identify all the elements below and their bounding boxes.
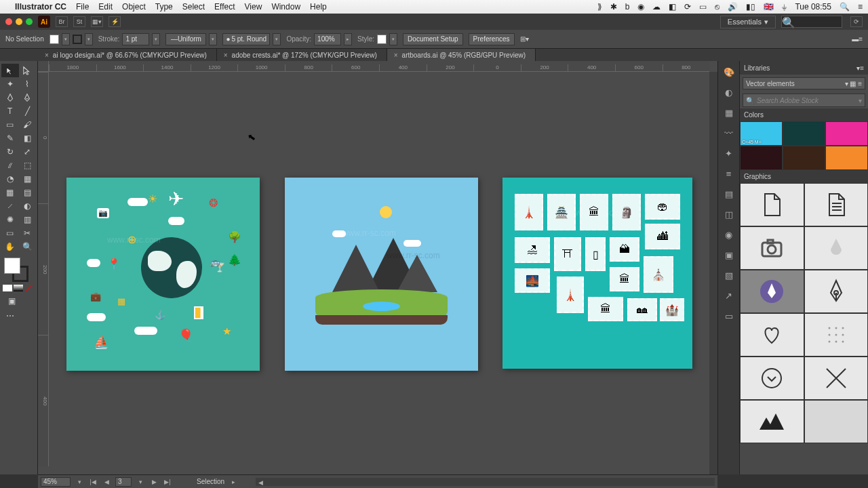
screen-mode-button[interactable]: ▣ <box>3 294 20 308</box>
menu-select[interactable]: Select <box>182 2 205 12</box>
ruler-horizontal[interactable]: 1800160014001200100080060040020002004006… <box>49 61 709 72</box>
menu-window[interactable]: Window <box>271 2 300 12</box>
color-guide-panel-icon[interactable]: ◐ <box>722 85 736 99</box>
window-zoom-button[interactable] <box>26 18 33 25</box>
gradient-tool[interactable]: ▤ <box>19 186 37 199</box>
search-help-input[interactable]: 🔍 <box>781 16 842 28</box>
library-graphic-droplet[interactable] <box>804 226 869 270</box>
canvas-area[interactable]: 1800160014001200100080060040020002004006… <box>38 61 717 474</box>
behance-icon[interactable]: b <box>625 2 630 12</box>
volume-icon[interactable]: 🔊 <box>728 2 738 12</box>
library-color-swatch[interactable] <box>825 146 868 170</box>
library-graphic-blank[interactable] <box>804 400 869 443</box>
appearance-panel-icon[interactable]: ◉ <box>722 228 736 241</box>
artboard-tool[interactable]: ▭ <box>1 226 19 240</box>
line-tool[interactable]: ╱ <box>19 104 37 118</box>
battery-icon[interactable]: ▮▯ <box>746 2 755 12</box>
workspace-switcher[interactable]: Essentials▾ <box>720 16 776 28</box>
library-color-swatch[interactable] <box>740 146 783 170</box>
zoom-dropdown[interactable]: ▾ <box>75 477 84 487</box>
slice-tool[interactable]: ✂ <box>19 226 37 240</box>
library-color-swatch[interactable] <box>783 146 825 170</box>
stroke-dropdown[interactable]: ▾ <box>85 33 93 45</box>
blend-tool[interactable]: ◐ <box>19 199 37 213</box>
rotate-tool[interactable]: ↻ <box>1 145 19 159</box>
artboard-mountain-island[interactable]: www.rr-sc.com www.rr-sc.com <box>285 178 478 371</box>
menu-object[interactable]: Object <box>122 2 146 12</box>
rectangle-tool[interactable]: ▭ <box>1 118 19 131</box>
library-color-swatch[interactable] <box>783 121 825 146</box>
arrange-docs-button[interactable]: ▦▾ <box>91 16 103 27</box>
cc-icon[interactable]: ◉ <box>637 2 644 12</box>
layers-panel-icon[interactable]: ▧ <box>722 268 736 282</box>
library-graphic-cross[interactable] <box>804 357 869 400</box>
color-panel-icon[interactable]: 🎨 <box>722 65 736 79</box>
graph-tool[interactable]: ▥ <box>19 213 37 226</box>
artboard-prev-button[interactable]: ◀ <box>102 477 111 487</box>
menu-type[interactable]: Type <box>155 2 173 12</box>
graphic-style-swatch[interactable] <box>377 35 387 44</box>
brush-dropdown[interactable]: ▾ <box>273 33 281 45</box>
library-graphic-clock[interactable] <box>740 357 804 400</box>
stroke-panel-icon[interactable]: ≡ <box>722 167 736 180</box>
stock-button[interactable]: St <box>73 16 85 27</box>
opacity-dropdown[interactable]: ▸ <box>344 33 352 45</box>
clock[interactable]: Tue 08:55 <box>795 2 831 12</box>
menubar-icon[interactable]: ⟫ <box>597 2 602 12</box>
artboards-panel-icon[interactable]: ▭ <box>722 309 736 323</box>
symbols-panel-icon[interactable]: ✦ <box>722 146 736 160</box>
eyedropper-tool[interactable]: ⟋ <box>1 199 19 213</box>
color-mode-none[interactable] <box>24 285 34 291</box>
drive-icon[interactable]: ◧ <box>669 2 676 12</box>
stroke-profile[interactable]: — Uniform <box>165 33 206 45</box>
shaper-tool[interactable]: ✎ <box>1 131 19 145</box>
library-selector[interactable]: Vector elements▾ ▦ ≡ <box>743 77 865 89</box>
menu-edit[interactable]: Edit <box>98 2 113 12</box>
swatches-panel-icon[interactable]: ▦ <box>722 106 736 119</box>
artboard-first-button[interactable]: |◀ <box>88 477 98 487</box>
wifi-icon[interactable]: ⏚ <box>782 2 787 12</box>
scrollbar-vertical[interactable] <box>709 72 717 474</box>
stroke-profile-dropdown[interactable]: ▾ <box>209 33 217 45</box>
ruler-origin[interactable] <box>38 61 49 72</box>
artboard-last-button[interactable]: ▶| <box>163 477 172 487</box>
brushes-panel-icon[interactable]: 〰 <box>722 126 736 140</box>
shape-builder-tool[interactable]: ◔ <box>1 172 19 186</box>
doc-tab-1[interactable]: ×adobe crests.ai* @ 172% (CMYK/GPU Previ… <box>217 49 387 61</box>
hand-tool[interactable]: ✋ <box>1 240 19 253</box>
transparency-panel-icon[interactable]: ◫ <box>722 207 736 221</box>
stroke-weight-input[interactable] <box>122 33 149 45</box>
window-minimize-button[interactable] <box>16 18 22 25</box>
eraser-tool[interactable]: ◧ <box>19 131 37 145</box>
sync-icon[interactable]: ⟳ <box>684 2 691 12</box>
dropbox-icon[interactable]: ✱ <box>610 2 617 12</box>
menu-effect[interactable]: Effect <box>214 2 235 12</box>
library-graphic-mountain[interactable] <box>740 400 804 443</box>
artboard-next-button[interactable]: ▶ <box>149 477 159 487</box>
direct-selection-tool[interactable] <box>19 64 37 77</box>
curvature-tool[interactable] <box>19 91 37 104</box>
zoom-input[interactable] <box>41 477 71 487</box>
library-graphic-dots[interactable] <box>804 313 869 357</box>
mesh-tool[interactable]: ▦ <box>1 186 19 199</box>
menu-help[interactable]: Help <box>310 2 327 12</box>
spotlight-icon[interactable]: 🔍 <box>840 2 850 12</box>
menu-icon[interactable]: ≡ <box>858 2 863 12</box>
ruler-vertical[interactable]: 0200400 <box>38 72 49 466</box>
library-graphic-pen[interactable] <box>804 270 869 313</box>
color-mode-gradient[interactable] <box>14 285 23 291</box>
opacity-input[interactable] <box>314 33 341 45</box>
doc-tab-0[interactable]: ×ai logo design.ai* @ 66.67% (CMYK/GPU P… <box>38 49 217 61</box>
scale-tool[interactable]: ⤢ <box>19 145 37 159</box>
asset-export-panel-icon[interactable]: ↗ <box>722 289 736 302</box>
library-graphic-textdoc[interactable] <box>804 183 869 226</box>
lasso-tool[interactable]: ⌇ <box>19 77 37 91</box>
align-to-button[interactable]: ⊞▾ <box>520 35 529 43</box>
paintbrush-tool[interactable]: 🖌 <box>19 118 37 131</box>
gradient-panel-icon[interactable]: ▤ <box>722 187 736 201</box>
stroke-swatch[interactable] <box>73 35 82 44</box>
control-menu-icon[interactable]: ▬≡ <box>852 35 863 43</box>
library-color-swatch[interactable] <box>825 121 868 146</box>
library-graphic-document[interactable] <box>740 183 804 226</box>
panel-menu-icon[interactable]: ▾≡ <box>856 64 864 72</box>
